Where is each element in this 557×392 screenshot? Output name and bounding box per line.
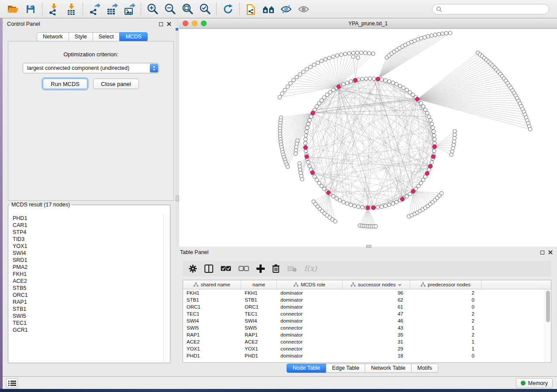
mcds-result-item[interactable]: SWI5: [13, 313, 163, 320]
table-scrollbar[interactable]: [545, 289, 551, 362]
network-node[interactable]: [312, 63, 316, 66]
network-node[interactable]: [353, 204, 356, 208]
network-node[interactable]: [335, 197, 338, 200]
column-header-shared-name[interactable]: shared name: [183, 280, 241, 289]
network-node[interactable]: [278, 96, 281, 99]
network-node[interactable]: [387, 80, 391, 83]
mcds-result-item[interactable]: YOX1: [13, 243, 163, 250]
network-node[interactable]: [448, 31, 452, 35]
table-row[interactable]: ACE2ACE2connector311: [183, 338, 551, 345]
network-node[interactable]: [401, 197, 405, 201]
network-node[interactable]: [345, 202, 349, 205]
network-node[interactable]: [352, 51, 355, 55]
network-node[interactable]: [426, 34, 430, 38]
network-node[interactable]: [351, 55, 355, 58]
network-node[interactable]: [289, 82, 292, 85]
show-panels-button[interactable]: [6, 378, 18, 388]
network-node[interactable]: [453, 130, 457, 133]
network-node[interactable]: [391, 81, 394, 84]
network-node[interactable]: [450, 150, 454, 153]
network-node[interactable]: [333, 220, 337, 223]
network-node[interactable]: [286, 165, 290, 168]
mcds-result-item[interactable]: STP4: [13, 229, 163, 236]
network-node[interactable]: [339, 53, 343, 56]
search-input[interactable]: [444, 6, 545, 13]
network-node[interactable]: [328, 56, 331, 60]
network-node[interactable]: [411, 93, 415, 96]
network-node[interactable]: [332, 55, 335, 58]
network-node[interactable]: [363, 51, 367, 55]
network-node[interactable]: [360, 51, 363, 55]
network-node[interactable]: [380, 78, 384, 81]
network-node[interactable]: [342, 200, 345, 204]
network-node[interactable]: [432, 149, 436, 153]
network-node[interactable]: [419, 102, 422, 105]
network-node[interactable]: [313, 175, 316, 178]
table-row[interactable]: PHD1PHD1dominator180: [183, 352, 551, 359]
network-node[interactable]: [305, 126, 309, 129]
network-node[interactable]: [451, 146, 455, 150]
network-node[interactable]: [301, 178, 304, 181]
network-node[interactable]: [430, 122, 433, 126]
mcds-result-item[interactable]: PHD1: [13, 215, 163, 222]
network-node[interactable]: [311, 171, 315, 175]
zoom-in-button[interactable]: [144, 2, 161, 17]
network-node[interactable]: [295, 76, 298, 79]
mcds-result-item[interactable]: CAR1: [13, 222, 163, 229]
network-node[interactable]: [304, 138, 307, 141]
mcds-result-item[interactable]: GCR1: [13, 327, 163, 334]
network-node[interactable]: [398, 84, 402, 88]
network-node[interactable]: [325, 93, 329, 96]
network-node[interactable]: [431, 126, 435, 129]
network-node[interactable]: [440, 192, 443, 195]
network-node[interactable]: [322, 96, 326, 99]
import-table-button[interactable]: [62, 2, 80, 17]
search-field[interactable]: [432, 4, 549, 14]
network-node[interactable]: [360, 206, 364, 209]
network-node[interactable]: [315, 105, 318, 108]
network-node[interactable]: [367, 52, 371, 55]
network-node[interactable]: [405, 195, 408, 198]
select-all-checkboxes-icon[interactable]: [221, 266, 231, 272]
mcds-result-item[interactable]: STB1: [13, 306, 163, 313]
network-node[interactable]: [405, 88, 408, 92]
tab-network[interactable]: Network: [37, 32, 69, 41]
export-image-button[interactable]: [121, 2, 138, 17]
network-node[interactable]: [401, 86, 405, 89]
network-node[interactable]: [298, 72, 302, 76]
mcds-result-item[interactable]: ORC1: [13, 292, 163, 299]
network-node[interactable]: [315, 178, 318, 182]
tab-node-table[interactable]: Node Table: [287, 364, 326, 373]
mcds-result-item[interactable]: STB5: [13, 285, 163, 292]
network-node[interactable]: [342, 83, 345, 86]
network-node[interactable]: [356, 51, 359, 55]
network-node[interactable]: [320, 184, 323, 188]
table-row[interactable]: RAP1RAP1dominator352: [183, 331, 551, 338]
tab-style[interactable]: Style: [69, 32, 93, 41]
table-row[interactable]: SWI4SWI4dominator462: [183, 317, 551, 324]
mcds-result-list[interactable]: PHD1CAR1STP4TID3YOX1SWI4SRD1PMA2FKH1ACE2…: [9, 215, 163, 362]
network-node[interactable]: [387, 203, 391, 206]
network-node[interactable]: [432, 134, 436, 137]
network-node[interactable]: [452, 143, 455, 147]
network-node[interactable]: [311, 111, 315, 115]
delete-column-icon[interactable]: [272, 264, 280, 273]
network-node[interactable]: [372, 77, 376, 80]
network-node[interactable]: [431, 155, 435, 158]
network-node[interactable]: [430, 34, 433, 37]
network-node[interactable]: [309, 65, 312, 69]
network-node[interactable]: [437, 32, 440, 36]
delete-table-icon[interactable]: [287, 265, 297, 272]
network-node[interactable]: [326, 191, 330, 195]
network-node[interactable]: [422, 178, 425, 182]
network-node[interactable]: [408, 192, 412, 196]
network-node[interactable]: [307, 122, 310, 126]
network-node[interactable]: [445, 31, 448, 35]
import-network-button[interactable]: [45, 2, 62, 17]
network-node[interactable]: [349, 203, 353, 206]
network-node[interactable]: [332, 195, 335, 198]
network-node[interactable]: [294, 145, 298, 149]
export-network-button[interactable]: [86, 2, 103, 17]
float-panel-icon[interactable]: [159, 22, 163, 26]
network-node[interactable]: [391, 202, 394, 205]
